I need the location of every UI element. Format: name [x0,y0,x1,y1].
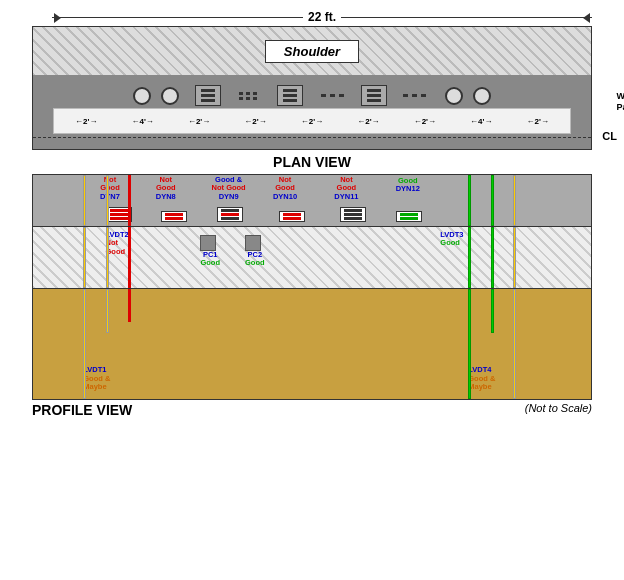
vline-ss-g2-partial [491,289,494,333]
dyn11-bar [340,207,366,222]
vline-dgab-g2 [491,227,494,288]
vline-right-green1 [468,175,471,226]
profile-view-section: NotGood DYN7 NotGood DYN8 Good & Not Goo… [10,174,614,418]
vline-left-yellow1 [83,175,86,226]
sensor-dyn-thick-1 [195,85,221,106]
vline-ss-r-partial [128,289,131,322]
not-to-scale: (Not to Scale) [525,402,592,418]
shoulder-box: Shoulder [265,40,359,63]
dyn8-bar [161,211,187,222]
sensor-dyn-thin-1 [239,92,259,100]
dyn10-bar [279,211,305,222]
dyn12-bar [396,211,422,222]
lvdt3-label: LVDT3 Good [440,231,463,248]
profile-view-footer: PROFILE VIEW (Not to Scale) [32,402,592,418]
vline-ss-g1 [468,289,471,399]
ss-layer: LVDT1 Good &Maybe LVDT4 Good &Maybe [33,289,591,399]
plan-diagram: Shoulder [32,26,592,150]
dyn12-label: Good DYN12 [396,177,420,194]
shoulder-label: Shoulder [284,44,340,59]
sensor-dyn-thick-3 [361,85,387,106]
plan-sensors-row [33,79,591,108]
sensor-circle-2 [161,87,179,105]
sensor-circle-3 [445,87,463,105]
vline-right-green2 [491,175,494,226]
dyn10-label: NotGood DYN10 [273,176,297,201]
dimension-22ft: 22 ft. [303,10,341,24]
vline-ss-y2-partial [106,289,109,333]
vline-dgab-y3 [513,227,516,288]
shoulder-area: Shoulder [33,27,591,75]
measurement-strip: ←2'→ ←4'→ ←2'→ ←2'→ ←2'→ ←2'→ ←2'→ ←4'→ … [53,108,571,134]
dgab-layer: LVDT2 NotGood PC1 Good [33,227,591,289]
pc2-sensor: PC2 Good [245,235,265,268]
vline-dgab-r [128,227,131,288]
vline-left-yellow2 [106,175,109,226]
dyn9-bar [217,207,243,222]
dyn9-label: Good & Not Good DYN9 [212,176,246,201]
vline-dgab-y1 [83,227,86,288]
sensor-dyn-thick-2 [277,85,303,106]
vline-dgab-y2 [106,227,109,288]
wheel-path-label: WheelPath [616,91,624,113]
vline-right-yellow [513,175,516,226]
vline-dgab-g1 [468,227,471,288]
pc1-sensor: PC1 Good [200,235,220,268]
lvdt2-label: LVDT2 NotGood [106,231,129,256]
plan-view-section: 22 ft. Shoulder [10,8,614,174]
plan-view-title: PLAN VIEW [273,154,351,170]
profile-wrapper: NotGood DYN7 NotGood DYN8 Good & Not Goo… [32,174,592,400]
vline-red [128,175,131,226]
vline-ss-y3 [513,289,516,399]
road-area: WheelPath ←2'→ ←4'→ ←2'→ ←2'→ ←2'→ ←2'→ … [33,75,591,149]
sensor-dash-2 [403,94,427,97]
cl-label: CL [602,130,617,142]
sensor-dash-1 [321,94,345,97]
cl-line: CL [33,137,591,149]
ac-layer: NotGood DYN7 NotGood DYN8 Good & Not Goo… [33,175,591,227]
main-container: 22 ft. Shoulder [0,0,624,580]
sensor-circle-4 [473,87,491,105]
profile-diagram: NotGood DYN7 NotGood DYN8 Good & Not Goo… [32,174,592,400]
dyn7-label: NotGood DYN7 [100,176,120,201]
dyn11-label: NotGood DYN11 [334,176,358,201]
profile-view-title: PROFILE VIEW [32,402,132,418]
sensor-circle-1 [133,87,151,105]
dyn8-label: NotGood DYN8 [156,176,176,201]
lvdt4-label: LVDT4 Good &Maybe [468,366,495,391]
vline-ss-y1 [83,289,86,399]
lvdt1-label: LVDT1 Good &Maybe [83,366,110,391]
